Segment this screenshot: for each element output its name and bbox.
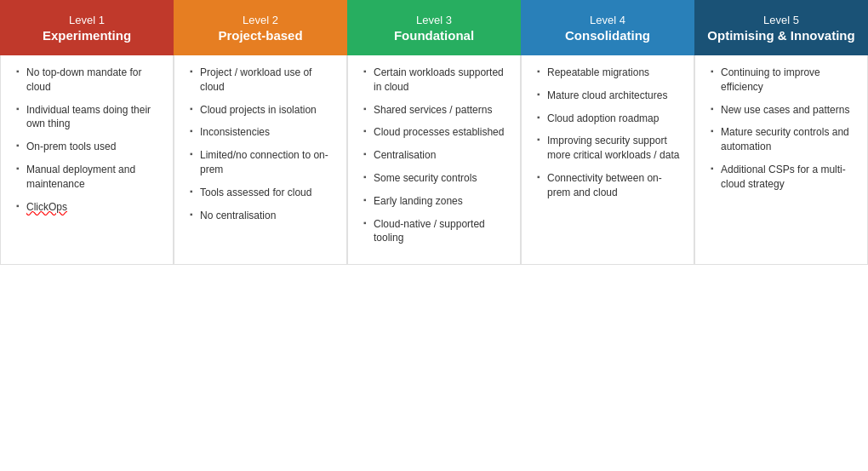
col1-list: No top-down mandate for cloudIndividual … xyxy=(16,66,164,214)
col1-level-name: Experimenting xyxy=(43,28,131,43)
list-item: ClickOps xyxy=(16,200,164,215)
col3-level-num: Level 3 xyxy=(416,14,452,26)
col5-header: Level 5Optimising & Innovating xyxy=(694,0,868,55)
list-item: No top-down mandate for cloud xyxy=(16,66,164,95)
list-item: Shared services / patterns xyxy=(363,103,511,118)
list-item: Inconsistencies xyxy=(190,125,338,140)
col5-level-num: Level 5 xyxy=(763,14,799,26)
list-item: Some security controls xyxy=(363,171,511,186)
list-item: Manual deployment and maintenance xyxy=(16,163,164,192)
list-item: Tools assessed for cloud xyxy=(190,186,338,200)
col1-body: No top-down mandate for cloudIndividual … xyxy=(0,55,174,265)
col2-header: Level 2Project-based xyxy=(174,0,347,55)
list-item: Mature security controls and automation xyxy=(711,125,859,154)
list-item: New use cases and patterns xyxy=(711,103,859,118)
list-item: Additional CSPs for a multi-cloud strate… xyxy=(711,163,859,192)
list-item: Connectivity between on-prem and cloud xyxy=(537,171,685,200)
col3-list: Certain workloads supported in cloudShar… xyxy=(363,66,511,245)
maturity-grid: Level 1ExperimentingNo top-down mandate … xyxy=(0,0,868,265)
list-item: Early landing zones xyxy=(363,194,511,209)
col3-header: Level 3Foundational xyxy=(347,0,521,55)
col4-list: Repeatable migrationsMature cloud archit… xyxy=(537,66,685,200)
list-item: Continuing to improve efficiency xyxy=(711,66,859,95)
col2-list: Project / workload use of cloudCloud pro… xyxy=(190,66,338,222)
col2-body: Project / workload use of cloudCloud pro… xyxy=(174,55,347,265)
list-item: Individual teams doing their own thing xyxy=(16,103,164,132)
list-item: Mature cloud architectures xyxy=(537,89,685,103)
column-col4: Level 4ConsolidatingRepeatable migration… xyxy=(521,0,694,265)
list-item: Certain workloads supported in cloud xyxy=(363,66,511,95)
col1-header: Level 1Experimenting xyxy=(0,0,174,55)
column-col5: Level 5Optimising & InnovatingContinuing… xyxy=(694,0,868,265)
list-item: Centralisation xyxy=(363,148,511,163)
col4-header: Level 4Consolidating xyxy=(521,0,694,55)
col1-level-num: Level 1 xyxy=(69,14,105,26)
col2-level-name: Project-based xyxy=(218,28,302,43)
clickops-link[interactable]: ClickOps xyxy=(26,201,67,213)
list-item: Project / workload use of cloud xyxy=(190,66,338,95)
list-item: On-prem tools used xyxy=(16,140,164,154)
col3-level-name: Foundational xyxy=(394,28,474,43)
list-item: Cloud-native / supported tooling xyxy=(363,217,511,246)
list-item: Limited/no connection to on-prem xyxy=(190,148,338,177)
column-col2: Level 2Project-basedProject / workload u… xyxy=(174,0,347,265)
col4-level-name: Consolidating xyxy=(565,28,650,43)
column-col3: Level 3FoundationalCertain workloads sup… xyxy=(347,0,521,265)
col5-body: Continuing to improve efficiencyNew use … xyxy=(694,55,868,265)
list-item: Repeatable migrations xyxy=(537,66,685,80)
col3-body: Certain workloads supported in cloudShar… xyxy=(347,55,521,265)
col2-level-num: Level 2 xyxy=(243,14,278,26)
column-col1: Level 1ExperimentingNo top-down mandate … xyxy=(0,0,174,265)
col4-level-num: Level 4 xyxy=(590,14,625,26)
col4-body: Repeatable migrationsMature cloud archit… xyxy=(521,55,694,265)
list-item: Improving security support more critical… xyxy=(537,134,685,163)
col5-level-name: Optimising & Innovating xyxy=(707,28,854,43)
list-item: Cloud processes established xyxy=(363,125,511,140)
list-item: No centralisation xyxy=(190,209,338,223)
list-item: Cloud adoption roadmap xyxy=(537,112,685,126)
list-item: Cloud projects in isolation xyxy=(190,103,338,118)
col5-list: Continuing to improve efficiencyNew use … xyxy=(711,66,859,192)
